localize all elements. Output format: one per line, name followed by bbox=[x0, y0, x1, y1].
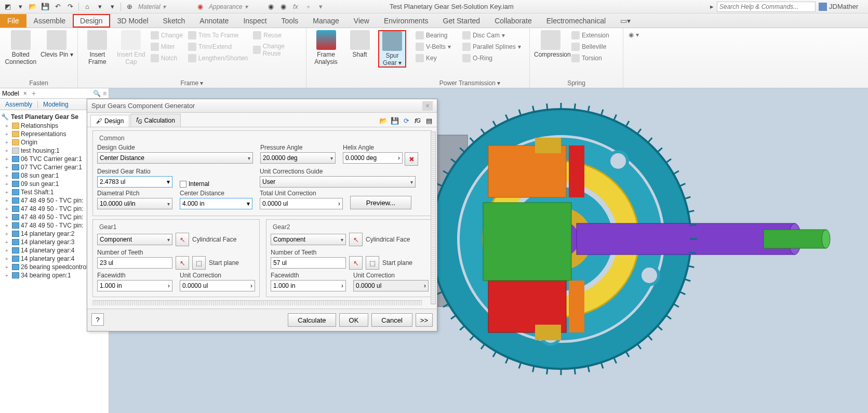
chevron-down-icon[interactable]: ▾ bbox=[315, 1, 326, 12]
helix-angle-input[interactable]: 0.0000 deg› bbox=[343, 152, 403, 164]
center-distance-input[interactable]: 4.000 in▾ bbox=[180, 198, 252, 209]
app-icon[interactable]: ◩ bbox=[2, 1, 14, 12]
calculate-button[interactable]: Calculate bbox=[288, 313, 336, 327]
expand-icon[interactable]: + bbox=[5, 165, 10, 170]
globe-icon[interactable]: ⊕ bbox=[124, 1, 135, 12]
frame-analysis-button[interactable]: Frame Analysis bbox=[311, 30, 341, 65]
subtab-assembly[interactable]: Assembly bbox=[0, 99, 37, 110]
file-tab[interactable]: File bbox=[0, 14, 26, 28]
tab-design[interactable]: Design bbox=[73, 14, 110, 28]
tab-inspect[interactable]: Inspect bbox=[236, 14, 274, 28]
expand-button[interactable]: >> bbox=[416, 313, 433, 327]
gear2-pick-plane-button[interactable]: ⬚ bbox=[366, 256, 379, 270]
design-guide-dropdown[interactable]: Center Distance▾ bbox=[97, 152, 253, 164]
user-badge[interactable]: JDMather bbox=[819, 3, 858, 11]
expand-icon[interactable]: + bbox=[5, 264, 10, 270]
expand-icon[interactable]: + bbox=[5, 190, 10, 195]
gear1-teeth-input[interactable]: 23 ul bbox=[97, 257, 172, 269]
expand-icon[interactable]: + bbox=[5, 148, 10, 154]
total-unit-corr-input[interactable]: 0.0000 ul› bbox=[260, 198, 343, 209]
select-icon[interactable]: ▾ bbox=[94, 1, 105, 12]
pressure-angle-dropdown[interactable]: 20.0000 deg▾ bbox=[260, 152, 336, 164]
lengthen-button[interactable]: Lengthen/Shorten bbox=[187, 53, 249, 63]
save-icon[interactable]: 💾 bbox=[39, 1, 51, 12]
trim-to-frame-button[interactable]: Trim To Frame bbox=[187, 30, 249, 41]
belleville-button[interactable]: Belleville bbox=[570, 42, 610, 52]
helix-disable-button[interactable]: ✖ bbox=[405, 152, 418, 166]
compression-button[interactable]: Compression bbox=[534, 30, 567, 58]
eye-dropdown[interactable]: ◉▾ bbox=[627, 30, 645, 39]
oring-button[interactable]: O-Ring bbox=[461, 53, 522, 63]
expand-icon[interactable]: + bbox=[5, 256, 10, 262]
home-icon[interactable]: ⌂ bbox=[82, 1, 93, 12]
miter-button[interactable]: Miter bbox=[150, 42, 184, 52]
fx-icon[interactable]: fx bbox=[290, 1, 301, 12]
extension-button[interactable]: Extension bbox=[570, 30, 610, 41]
open-icon[interactable]: 📂 bbox=[27, 1, 38, 12]
parallel-splines-button[interactable]: Parallel Splines ▾ bbox=[461, 42, 522, 52]
gear1-pick-face-button[interactable]: ↖ bbox=[176, 233, 189, 246]
expand-icon[interactable]: + bbox=[5, 223, 10, 229]
swatch2-icon[interactable]: ◉ bbox=[277, 1, 289, 12]
insert-frame-button[interactable]: Insert Frame bbox=[82, 30, 113, 65]
unit-corr-guide-dropdown[interactable]: User▾ bbox=[260, 176, 416, 188]
search-input[interactable] bbox=[717, 2, 816, 12]
cancel-button[interactable]: Cancel bbox=[371, 313, 412, 327]
fx-settings-icon[interactable]: fG bbox=[413, 116, 422, 125]
material-dropdown[interactable]: Material▾ bbox=[136, 1, 193, 12]
gear2-facewidth-input[interactable]: 1.000 in› bbox=[271, 280, 346, 291]
tab-environments[interactable]: Environments bbox=[377, 14, 436, 28]
tab-extra-icon[interactable]: ▭▾ bbox=[613, 14, 638, 28]
menu-icon[interactable]: ≡ bbox=[103, 90, 106, 97]
preview-button[interactable]: Preview... bbox=[350, 196, 411, 209]
tab-electromechanical[interactable]: Electromechanical bbox=[539, 14, 613, 28]
dialog-titlebar[interactable]: Spur Gears Component Generator × bbox=[87, 99, 437, 113]
expand-icon[interactable]: + bbox=[5, 140, 10, 145]
close-icon[interactable]: × bbox=[23, 90, 27, 97]
insert-endcap-button[interactable]: Insert End Cap bbox=[116, 30, 146, 65]
tab-sketch[interactable]: Sketch bbox=[156, 14, 193, 28]
expand-icon[interactable]: + bbox=[5, 181, 10, 187]
arrow-icon[interactable]: ▸ bbox=[710, 3, 714, 10]
expand-icon[interactable]: + bbox=[5, 248, 10, 254]
gear2-unit-corr-input[interactable]: 0.0000 ul› bbox=[353, 280, 429, 291]
help-button[interactable]: ? bbox=[91, 313, 104, 326]
subtab-modeling[interactable]: Modeling bbox=[38, 99, 74, 110]
tab-3dmodel[interactable]: 3D Model bbox=[110, 14, 156, 28]
vbelts-button[interactable]: V-Belts ▾ bbox=[415, 42, 452, 52]
appearance-swatch-icon[interactable]: ◉ bbox=[194, 1, 206, 12]
gear1-facewidth-input[interactable]: 1.000 in› bbox=[97, 280, 172, 291]
shaft-button[interactable]: Shaft bbox=[344, 30, 375, 58]
expand-icon[interactable]: + bbox=[5, 131, 10, 137]
search-icon[interactable]: 🔍 bbox=[93, 90, 101, 97]
swatch1-icon[interactable]: ◉ bbox=[265, 1, 276, 12]
template-icon[interactable]: ▤ bbox=[424, 116, 434, 125]
expand-icon[interactable]: + bbox=[5, 273, 10, 278]
ok-button[interactable]: OK bbox=[339, 313, 369, 327]
gear1-component-dropdown[interactable]: Component▾ bbox=[97, 234, 172, 245]
update-icon[interactable]: ▾ bbox=[106, 1, 118, 12]
tab-collaborate[interactable]: Collaborate bbox=[487, 14, 539, 28]
disc-cam-button[interactable]: Disc Cam ▾ bbox=[461, 30, 522, 41]
expand-handle-bottom[interactable] bbox=[92, 300, 422, 305]
change-button[interactable]: Change bbox=[150, 30, 184, 41]
close-icon[interactable]: × bbox=[422, 101, 433, 111]
plus-icon[interactable]: ＋ bbox=[30, 89, 37, 98]
diametral-pitch-dropdown[interactable]: 10.0000 ul/in▾ bbox=[97, 198, 172, 209]
gear1-pick-plane-arrow[interactable]: ↖ bbox=[176, 256, 189, 270]
gear1-pick-plane-button[interactable]: ⬚ bbox=[192, 256, 206, 270]
expand-icon[interactable]: + bbox=[5, 173, 10, 179]
gear1-unit-corr-input[interactable]: 0.0000 ul› bbox=[180, 280, 255, 291]
tab-view[interactable]: View bbox=[346, 14, 377, 28]
tab-tools[interactable]: Tools bbox=[274, 14, 306, 28]
new-icon[interactable]: ▾ bbox=[15, 1, 26, 12]
bolted-connection-button[interactable]: Bolted Connection bbox=[4, 30, 37, 65]
tab-manage[interactable]: Manage bbox=[305, 14, 346, 28]
undo-icon[interactable]: ↶ bbox=[52, 1, 63, 12]
tab-annotate[interactable]: Annotate bbox=[192, 14, 236, 28]
reuse-button[interactable]: Reuse bbox=[252, 30, 302, 41]
tab-assemble[interactable]: Assemble bbox=[26, 14, 73, 28]
expand-icon[interactable]: + bbox=[5, 156, 10, 162]
plus-icon[interactable]: ＋ bbox=[302, 1, 314, 12]
clevis-pin-button[interactable]: Clevis Pin ▾ bbox=[41, 30, 74, 58]
